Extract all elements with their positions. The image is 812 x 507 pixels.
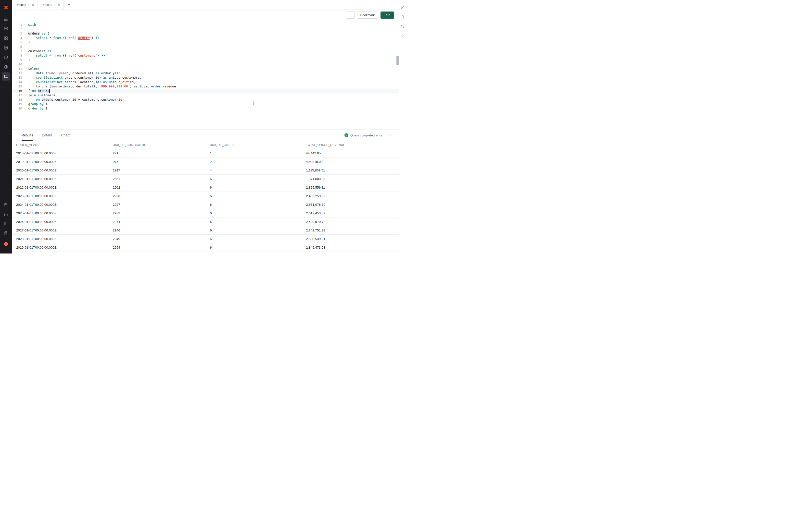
table-cell: 6 xyxy=(205,209,302,218)
table-row[interactable]: 2029-01-01T00:00:00.000Z295462,845,473.9… xyxy=(12,243,399,252)
line-number: 3 xyxy=(12,31,22,36)
code-line-15[interactable]: 15 to_char(sum(orders.order_total), '999… xyxy=(12,84,399,89)
table-cell: 2,325,556.11 xyxy=(302,183,399,192)
code-line-11[interactable]: 11select xyxy=(12,67,399,71)
line-number: 16 xyxy=(12,89,22,93)
table-row[interactable]: 2021-01-01T00:00:00.000Z266161,871,800.8… xyxy=(12,175,399,183)
panel-history[interactable] xyxy=(400,23,406,29)
code-line-9[interactable]: 9) xyxy=(12,58,399,62)
notebook-icon xyxy=(4,221,8,226)
nav-tasks[interactable] xyxy=(2,200,10,209)
table-row[interactable]: 2025-01-01T00:00:00.000Z293262,617,453.3… xyxy=(12,209,399,218)
table-row[interactable]: 2030-01-01T00:00:00.000Z287961,841,049.3… xyxy=(12,252,399,254)
code-line-7[interactable]: 7customers as ( xyxy=(12,49,399,53)
tab-label: Untitled 1 xyxy=(15,3,29,7)
line-number: 19 xyxy=(12,102,22,106)
code-line-8[interactable]: 8 select * from {{ ref('customers') }} xyxy=(12,53,399,58)
left-rail-bottom xyxy=(2,199,10,251)
panel-inspect[interactable] xyxy=(400,33,406,38)
code-line-4[interactable]: 4 select * from {{ ref('orders') }} xyxy=(12,36,399,40)
column-header[interactable]: UNIQUE_CITIES xyxy=(205,141,302,149)
column-header[interactable]: UNIQUE_CUSTOMERS xyxy=(108,141,205,149)
panel-explore[interactable] xyxy=(400,5,406,10)
calculator-icon xyxy=(4,231,8,235)
nav-workspace[interactable] xyxy=(2,72,10,80)
nav-apps[interactable] xyxy=(2,34,10,42)
code-line-10[interactable]: 10 xyxy=(12,62,399,67)
run-button[interactable]: Run xyxy=(380,11,394,19)
headphones-icon xyxy=(4,212,8,216)
editor-tab-2[interactable]: Untitled 1× xyxy=(38,0,64,9)
table-cell: 2661 xyxy=(108,175,205,183)
code-line-3[interactable]: 3orders as ( xyxy=(12,31,399,36)
tab-close-icon[interactable]: × xyxy=(58,3,60,7)
code-text xyxy=(22,62,399,67)
code-line-2[interactable]: 2 xyxy=(12,27,399,31)
table-cell: 2946 xyxy=(108,226,205,235)
table-row[interactable]: 2027-01-01T00:00:00.000Z294662,742,751.3… xyxy=(12,226,399,235)
results-tab-results[interactable]: Results xyxy=(21,129,33,141)
code-line-13[interactable]: 13 count(distinct orders.customer_id) as… xyxy=(12,75,399,80)
table-cell: 2019-01-01T00:00:00.000Z xyxy=(12,158,108,166)
table-row[interactable]: 2019-01-01T00:00:00.000Z9772494,818.00 xyxy=(12,158,399,166)
table-row[interactable]: 2018-01-01T00:00:00.000Z221144,442.65 xyxy=(12,149,399,158)
nav-code[interactable] xyxy=(2,44,10,52)
bookmark-button[interactable]: Bookmark xyxy=(357,11,378,19)
table-cell: 6 xyxy=(205,175,302,183)
results-more-button[interactable]: ⋯ xyxy=(386,132,394,139)
table-cell: 2,845,473.93 xyxy=(302,243,399,252)
panel-bookmarks[interactable] xyxy=(400,14,406,19)
table-row[interactable]: 2022-01-01T00:00:00.000Z290262,325,556.1… xyxy=(12,183,399,192)
table-body: 2018-01-01T00:00:00.000Z221144,442.65201… xyxy=(12,149,399,254)
code-line-14[interactable]: 14 count(distinct orders.location_id) as… xyxy=(12,80,399,84)
column-header[interactable]: TOTAL_ORDER_REVENUE xyxy=(302,141,399,149)
table-cell: 2,808,539.01 xyxy=(302,235,399,243)
code-text: count(distinct orders.customer_id) as un… xyxy=(22,75,399,80)
nav-docs[interactable] xyxy=(2,219,10,228)
column-header[interactable]: ORDER_YEAR xyxy=(12,141,108,149)
nav-windows[interactable] xyxy=(2,53,10,61)
nav-support[interactable] xyxy=(2,210,10,218)
code-line-18[interactable]: 18 on orders.customer_id = customers.cus… xyxy=(12,98,399,102)
table-header-row: ORDER_YEARUNIQUE_CUSTOMERSUNIQUE_CITIEST… xyxy=(12,141,399,149)
code-line-16[interactable]: 16from orders xyxy=(12,89,399,93)
editor-scrollbar[interactable] xyxy=(396,20,399,129)
table-cell: 6 xyxy=(205,226,302,235)
line-number: 4 xyxy=(12,36,22,40)
line-number: 7 xyxy=(12,49,22,53)
scrollbar-thumb[interactable] xyxy=(397,56,399,65)
workspace-icon xyxy=(4,74,8,78)
toolbar: ⋯ Bookmark Run xyxy=(12,10,399,20)
dbt-logo[interactable] xyxy=(2,240,10,248)
table-cell: 2028-01-01T00:00:00.000Z xyxy=(12,235,108,243)
more-options-button[interactable]: ⋯ xyxy=(346,11,355,19)
nav-tools[interactable] xyxy=(2,229,10,237)
table-row[interactable]: 2026-01-01T00:00:00.000Z294462,690,570.7… xyxy=(12,218,399,226)
results-tab-chart[interactable]: Chart xyxy=(61,129,69,141)
code-line-6[interactable]: 6 xyxy=(12,45,399,49)
results-tab-details[interactable]: Details xyxy=(42,129,52,141)
nav-home[interactable] xyxy=(2,15,10,23)
table-cell: 2879 xyxy=(108,252,205,254)
table-cell: 2 xyxy=(205,158,302,166)
nav-explore[interactable] xyxy=(2,63,10,71)
table-row[interactable]: 2024-01-01T00:00:00.000Z292762,551,076.7… xyxy=(12,200,399,209)
app-logo[interactable] xyxy=(2,3,10,11)
nav-data[interactable] xyxy=(2,24,10,33)
sql-editor[interactable]: 1with23orders as (4 select * from {{ ref… xyxy=(12,20,399,129)
new-tab-button[interactable]: + xyxy=(64,0,74,9)
table-cell: 2021-01-01T00:00:00.000Z xyxy=(12,175,108,183)
code-line-12[interactable]: 12 date_trunc('year', ordered_at) as ord… xyxy=(12,71,399,75)
history-icon xyxy=(401,24,405,29)
code-text: select * from {{ ref('orders') }} xyxy=(22,36,399,40)
table-row[interactable]: 2023-01-01T00:00:00.000Z293062,453,253.3… xyxy=(12,192,399,200)
table-row[interactable]: 2020-01-01T00:00:00.000Z191741,115,869.5… xyxy=(12,166,399,175)
code-line-1[interactable]: 1with xyxy=(12,22,399,27)
code-line-20[interactable]: 20order by 1 xyxy=(12,106,399,111)
table-row[interactable]: 2028-01-01T00:00:00.000Z294962,808,539.0… xyxy=(12,235,399,243)
tab-close-icon[interactable]: × xyxy=(32,3,34,7)
code-line-5[interactable]: 5), xyxy=(12,40,399,45)
code-line-19[interactable]: 19group by 1 xyxy=(12,102,399,106)
editor-tab-1[interactable]: Untitled 1× xyxy=(12,0,38,9)
code-line-17[interactable]: 17join customers xyxy=(12,93,399,98)
